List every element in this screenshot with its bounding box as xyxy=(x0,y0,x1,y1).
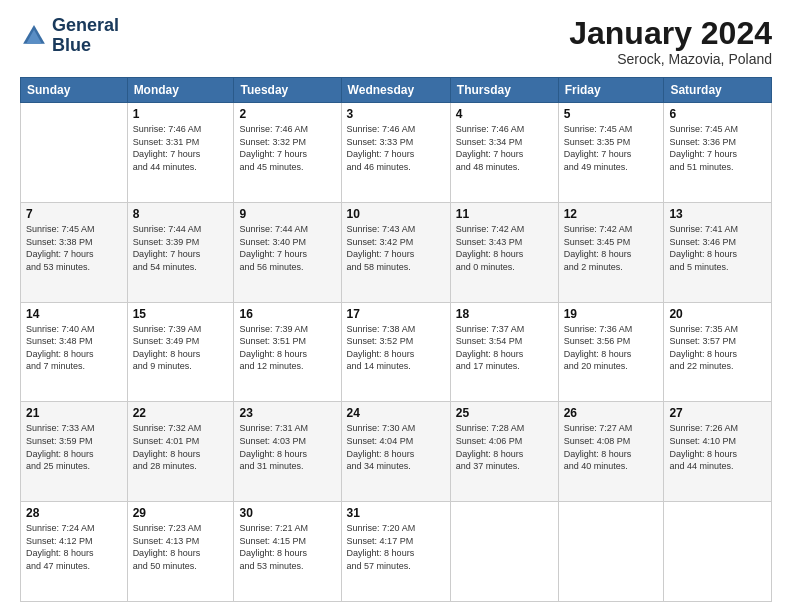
day-number: 16 xyxy=(239,307,335,321)
day-info: Sunrise: 7:45 AMSunset: 3:36 PMDaylight:… xyxy=(669,123,766,173)
day-number: 1 xyxy=(133,107,229,121)
day-number: 23 xyxy=(239,406,335,420)
day-number: 6 xyxy=(669,107,766,121)
day-info: Sunrise: 7:33 AMSunset: 3:59 PMDaylight:… xyxy=(26,422,122,472)
logo-icon xyxy=(20,22,48,50)
logo-line2: Blue xyxy=(52,36,119,56)
calendar-day-cell: 7Sunrise: 7:45 AMSunset: 3:38 PMDaylight… xyxy=(21,202,128,302)
calendar-day-cell: 12Sunrise: 7:42 AMSunset: 3:45 PMDayligh… xyxy=(558,202,664,302)
weekday-header: Sunday xyxy=(21,78,128,103)
calendar-day-cell: 8Sunrise: 7:44 AMSunset: 3:39 PMDaylight… xyxy=(127,202,234,302)
day-number: 8 xyxy=(133,207,229,221)
calendar-day-cell xyxy=(664,502,772,602)
day-number: 17 xyxy=(347,307,445,321)
calendar-day-cell: 13Sunrise: 7:41 AMSunset: 3:46 PMDayligh… xyxy=(664,202,772,302)
day-number: 13 xyxy=(669,207,766,221)
day-info: Sunrise: 7:45 AMSunset: 3:38 PMDaylight:… xyxy=(26,223,122,273)
calendar-week-row: 1Sunrise: 7:46 AMSunset: 3:31 PMDaylight… xyxy=(21,103,772,203)
weekday-header: Monday xyxy=(127,78,234,103)
day-number: 20 xyxy=(669,307,766,321)
page-title: January 2024 xyxy=(569,16,772,51)
day-info: Sunrise: 7:23 AMSunset: 4:13 PMDaylight:… xyxy=(133,522,229,572)
day-info: Sunrise: 7:35 AMSunset: 3:57 PMDaylight:… xyxy=(669,323,766,373)
day-number: 25 xyxy=(456,406,553,420)
day-info: Sunrise: 7:40 AMSunset: 3:48 PMDaylight:… xyxy=(26,323,122,373)
day-number: 9 xyxy=(239,207,335,221)
day-info: Sunrise: 7:20 AMSunset: 4:17 PMDaylight:… xyxy=(347,522,445,572)
calendar-day-cell: 30Sunrise: 7:21 AMSunset: 4:15 PMDayligh… xyxy=(234,502,341,602)
day-info: Sunrise: 7:41 AMSunset: 3:46 PMDaylight:… xyxy=(669,223,766,273)
weekday-row: SundayMondayTuesdayWednesdayThursdayFrid… xyxy=(21,78,772,103)
day-info: Sunrise: 7:46 AMSunset: 3:31 PMDaylight:… xyxy=(133,123,229,173)
logo-line1: General xyxy=(52,16,119,36)
day-number: 14 xyxy=(26,307,122,321)
weekday-header: Friday xyxy=(558,78,664,103)
header: General Blue January 2024 Serock, Mazovi… xyxy=(20,16,772,67)
day-number: 22 xyxy=(133,406,229,420)
day-number: 4 xyxy=(456,107,553,121)
calendar: SundayMondayTuesdayWednesdayThursdayFrid… xyxy=(20,77,772,602)
calendar-day-cell: 4Sunrise: 7:46 AMSunset: 3:34 PMDaylight… xyxy=(450,103,558,203)
calendar-day-cell: 23Sunrise: 7:31 AMSunset: 4:03 PMDayligh… xyxy=(234,402,341,502)
day-number: 12 xyxy=(564,207,659,221)
weekday-header: Wednesday xyxy=(341,78,450,103)
day-number: 7 xyxy=(26,207,122,221)
day-number: 11 xyxy=(456,207,553,221)
weekday-header: Saturday xyxy=(664,78,772,103)
day-info: Sunrise: 7:28 AMSunset: 4:06 PMDaylight:… xyxy=(456,422,553,472)
day-info: Sunrise: 7:42 AMSunset: 3:45 PMDaylight:… xyxy=(564,223,659,273)
calendar-day-cell: 29Sunrise: 7:23 AMSunset: 4:13 PMDayligh… xyxy=(127,502,234,602)
calendar-day-cell xyxy=(21,103,128,203)
day-number: 27 xyxy=(669,406,766,420)
calendar-week-row: 21Sunrise: 7:33 AMSunset: 3:59 PMDayligh… xyxy=(21,402,772,502)
day-info: Sunrise: 7:46 AMSunset: 3:32 PMDaylight:… xyxy=(239,123,335,173)
calendar-week-row: 28Sunrise: 7:24 AMSunset: 4:12 PMDayligh… xyxy=(21,502,772,602)
day-number: 28 xyxy=(26,506,122,520)
title-block: January 2024 Serock, Mazovia, Poland xyxy=(569,16,772,67)
calendar-day-cell: 15Sunrise: 7:39 AMSunset: 3:49 PMDayligh… xyxy=(127,302,234,402)
calendar-day-cell: 19Sunrise: 7:36 AMSunset: 3:56 PMDayligh… xyxy=(558,302,664,402)
day-number: 31 xyxy=(347,506,445,520)
day-info: Sunrise: 7:39 AMSunset: 3:51 PMDaylight:… xyxy=(239,323,335,373)
calendar-day-cell: 10Sunrise: 7:43 AMSunset: 3:42 PMDayligh… xyxy=(341,202,450,302)
day-info: Sunrise: 7:46 AMSunset: 3:34 PMDaylight:… xyxy=(456,123,553,173)
calendar-day-cell: 28Sunrise: 7:24 AMSunset: 4:12 PMDayligh… xyxy=(21,502,128,602)
day-info: Sunrise: 7:45 AMSunset: 3:35 PMDaylight:… xyxy=(564,123,659,173)
calendar-day-cell: 26Sunrise: 7:27 AMSunset: 4:08 PMDayligh… xyxy=(558,402,664,502)
day-number: 26 xyxy=(564,406,659,420)
calendar-day-cell: 31Sunrise: 7:20 AMSunset: 4:17 PMDayligh… xyxy=(341,502,450,602)
calendar-day-cell: 20Sunrise: 7:35 AMSunset: 3:57 PMDayligh… xyxy=(664,302,772,402)
day-info: Sunrise: 7:26 AMSunset: 4:10 PMDaylight:… xyxy=(669,422,766,472)
calendar-day-cell: 5Sunrise: 7:45 AMSunset: 3:35 PMDaylight… xyxy=(558,103,664,203)
weekday-header: Tuesday xyxy=(234,78,341,103)
day-number: 29 xyxy=(133,506,229,520)
page: General Blue January 2024 Serock, Mazovi… xyxy=(0,0,792,612)
day-number: 18 xyxy=(456,307,553,321)
calendar-day-cell: 21Sunrise: 7:33 AMSunset: 3:59 PMDayligh… xyxy=(21,402,128,502)
logo-text: General Blue xyxy=(52,16,119,56)
calendar-day-cell: 1Sunrise: 7:46 AMSunset: 3:31 PMDaylight… xyxy=(127,103,234,203)
day-info: Sunrise: 7:31 AMSunset: 4:03 PMDaylight:… xyxy=(239,422,335,472)
calendar-day-cell: 9Sunrise: 7:44 AMSunset: 3:40 PMDaylight… xyxy=(234,202,341,302)
day-number: 21 xyxy=(26,406,122,420)
day-info: Sunrise: 7:42 AMSunset: 3:43 PMDaylight:… xyxy=(456,223,553,273)
day-info: Sunrise: 7:27 AMSunset: 4:08 PMDaylight:… xyxy=(564,422,659,472)
day-number: 15 xyxy=(133,307,229,321)
calendar-day-cell xyxy=(558,502,664,602)
day-info: Sunrise: 7:46 AMSunset: 3:33 PMDaylight:… xyxy=(347,123,445,173)
day-info: Sunrise: 7:39 AMSunset: 3:49 PMDaylight:… xyxy=(133,323,229,373)
day-number: 10 xyxy=(347,207,445,221)
calendar-day-cell: 17Sunrise: 7:38 AMSunset: 3:52 PMDayligh… xyxy=(341,302,450,402)
calendar-day-cell: 25Sunrise: 7:28 AMSunset: 4:06 PMDayligh… xyxy=(450,402,558,502)
day-number: 30 xyxy=(239,506,335,520)
logo: General Blue xyxy=(20,16,119,56)
day-number: 19 xyxy=(564,307,659,321)
day-number: 3 xyxy=(347,107,445,121)
calendar-day-cell: 18Sunrise: 7:37 AMSunset: 3:54 PMDayligh… xyxy=(450,302,558,402)
day-info: Sunrise: 7:38 AMSunset: 3:52 PMDaylight:… xyxy=(347,323,445,373)
calendar-day-cell: 2Sunrise: 7:46 AMSunset: 3:32 PMDaylight… xyxy=(234,103,341,203)
calendar-day-cell: 27Sunrise: 7:26 AMSunset: 4:10 PMDayligh… xyxy=(664,402,772,502)
calendar-header: SundayMondayTuesdayWednesdayThursdayFrid… xyxy=(21,78,772,103)
calendar-body: 1Sunrise: 7:46 AMSunset: 3:31 PMDaylight… xyxy=(21,103,772,602)
calendar-day-cell xyxy=(450,502,558,602)
